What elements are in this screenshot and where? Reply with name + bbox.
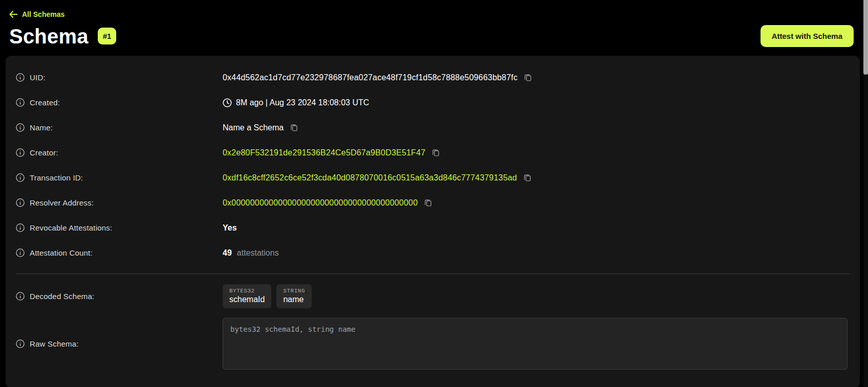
raw-schema-label: Raw Schema: [30, 339, 79, 348]
info-icon [16, 98, 25, 107]
transaction-id-label: Transaction ID: [30, 173, 83, 182]
transaction-id-link[interactable]: 0xdf16c8cff2652c6ce52f3cda40d0878070016c… [223, 173, 517, 183]
detail-row-transaction-id: Transaction ID: 0xdf16c8cff2652c6ce52f3c… [16, 165, 850, 190]
info-icon [16, 339, 25, 348]
revocable-value: Yes [223, 223, 237, 233]
section-divider [16, 274, 850, 274]
detail-row-decoded-schema: Decoded Schema: BYTES32 schemaId STRING … [16, 279, 850, 313]
revocable-attestations-label: Revocable Attestations: [30, 223, 112, 232]
creator-label: Creator: [30, 148, 58, 157]
schema-page: All Schemas Schema #1 Attest with Schema… [0, 0, 868, 387]
copy-icon[interactable] [524, 73, 532, 82]
name-label: Name: [30, 123, 53, 132]
detail-row-creator: Creator: 0x2e80F532191de291536B24Ce5D67a… [16, 140, 850, 165]
copy-icon[interactable] [290, 123, 298, 132]
schema-field-chip: BYTES32 schemaId [223, 284, 271, 308]
uid-label: UID: [30, 73, 46, 82]
scrollbar-thumb[interactable] [863, 0, 868, 75]
info-icon [16, 292, 25, 301]
detail-row-created: Created: 8M ago | Aug 23 2024 18:08:03 U… [16, 90, 850, 115]
uid-value: 0x44d562ac1d7cd77e232978687fea027ace48f7… [223, 73, 517, 82]
name-value: Name a Schema [223, 123, 284, 132]
attestation-count-label: Attestation Count: [30, 248, 93, 257]
attest-with-schema-button[interactable]: Attest with Schema [761, 25, 854, 47]
back-arrow-icon [9, 11, 17, 18]
back-link-label: All Schemas [22, 10, 64, 18]
copy-icon[interactable] [431, 148, 440, 157]
copy-icon[interactable] [424, 198, 432, 207]
scrollbar-track[interactable] [863, 0, 868, 387]
field-type: BYTES32 [229, 288, 265, 294]
attestation-count-value: 49 [223, 248, 232, 258]
clock-icon [223, 98, 232, 107]
attestations-link[interactable]: attestations [237, 248, 279, 258]
raw-schema-textarea[interactable]: bytes32 schemaId, string name [223, 318, 848, 370]
decoded-schema-label: Decoded Schema: [30, 292, 94, 301]
info-icon [16, 198, 25, 207]
schema-detail-panel: UID: 0x44d562ac1d7cd77e232978687fea027ac… [6, 56, 860, 387]
info-icon [16, 148, 25, 157]
back-to-all-schemas-link[interactable]: All Schemas [9, 10, 64, 18]
field-name: name [283, 295, 305, 304]
info-icon [16, 223, 25, 232]
created-value: 8M ago | Aug 23 2024 18:08:03 UTC [236, 98, 369, 107]
detail-row-revocable-attestations: Revocable Attestations: Yes [16, 215, 850, 240]
created-label: Created: [30, 98, 60, 107]
info-icon [16, 173, 25, 182]
title-row: Schema #1 Attest with Schema [9, 25, 854, 47]
resolver-address-link[interactable]: 0x00000000000000000000000000000000000000… [223, 198, 418, 208]
creator-address-link[interactable]: 0x2e80F532191de291536B24Ce5D67a9B0D3E51F… [223, 148, 425, 157]
detail-row-raw-schema: Raw Schema: bytes32 schemaId, string nam… [16, 318, 850, 370]
detail-row-uid: UID: 0x44d562ac1d7cd77e232978687fea027ac… [16, 65, 850, 90]
decoded-schema-chips: BYTES32 schemaId STRING name [223, 284, 312, 308]
page-title: Schema [9, 26, 89, 47]
field-type: STRING [283, 288, 305, 294]
detail-row-name: Name: Name a Schema [16, 115, 850, 140]
copy-icon[interactable] [523, 173, 532, 182]
field-name: schemaId [229, 295, 265, 304]
schema-field-chip: STRING name [276, 284, 312, 308]
resolver-address-label: Resolver Address: [30, 198, 94, 207]
detail-row-attestation-count: Attestation Count: 49 attestations [16, 240, 850, 265]
info-icon [16, 123, 25, 132]
info-icon [16, 73, 25, 82]
schema-id-badge: #1 [98, 28, 117, 44]
detail-row-resolver-address: Resolver Address: 0x00000000000000000000… [16, 190, 850, 215]
info-icon [16, 248, 25, 257]
